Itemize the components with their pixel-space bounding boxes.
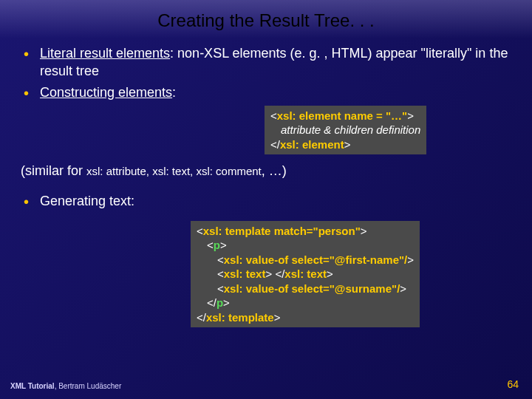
c: > </	[265, 267, 284, 280]
c: xsl: value-of select="@surname"/	[224, 282, 400, 295]
c: <	[207, 239, 214, 251]
footer-attribution: XML Tutorial, Bertram Ludäscher	[10, 382, 121, 390]
bullet-literal: Literal result elements: non-XSL element…	[40, 44, 511, 81]
footer-author: , Bertram Ludäscher	[55, 382, 122, 390]
c: <	[197, 225, 203, 237]
c: xsl: text	[284, 267, 327, 280]
code-xsl-template: <xsl: template match="person"> <p> <xsl:…	[191, 221, 420, 328]
angle-open: </	[270, 138, 280, 151]
c: >	[274, 311, 281, 324]
bullet-constructing: Constructing elements:	[40, 83, 511, 101]
slide-body-2: Generating text: <xsl: template match="p…	[0, 186, 532, 327]
slide-body: Literal result elements: non-XSL element…	[0, 38, 532, 154]
c: >	[407, 253, 414, 266]
c: </	[207, 296, 216, 309]
code-children-def: attribute & children definition	[270, 123, 420, 137]
bullet-literal-term: Literal result elements	[40, 46, 170, 61]
c: <	[217, 282, 224, 295]
c: xsl: template	[206, 311, 274, 324]
code-kw: xsl: element	[280, 138, 344, 151]
similar-post: , …)	[262, 163, 287, 178]
similar-items: xsl: attribute, xsl: text, xsl: comment	[86, 165, 262, 177]
c: >	[361, 225, 367, 237]
page-number: 64	[507, 378, 519, 390]
c: >	[220, 239, 227, 251]
bullet-generating: Generating text:	[40, 192, 511, 210]
c: >	[327, 267, 333, 280]
angle-close: >	[344, 138, 351, 151]
c: xsl: template match="person"	[203, 225, 361, 237]
code-xsl-element: <xsl: element name = "…"> attribute & ch…	[265, 106, 426, 155]
c: >	[223, 296, 230, 309]
angle-close: >	[407, 109, 414, 122]
c: xsl: value-of select="@first-name"/	[224, 253, 408, 266]
c: xsl: text	[224, 267, 266, 280]
c: >	[400, 282, 406, 295]
c: p	[214, 239, 220, 251]
similar-pre: (similar for	[21, 163, 86, 178]
c: </	[197, 311, 206, 324]
bullet-constructing-rest: :	[172, 85, 176, 100]
similar-note: (similar for xsl: attribute, xsl: text, …	[0, 154, 532, 186]
bullet-constructing-term: Constructing elements	[40, 85, 172, 100]
angle-open: <	[270, 109, 277, 122]
c: <	[217, 253, 224, 266]
c: <	[217, 267, 224, 280]
code-kw: xsl: element name = "…"	[277, 109, 407, 122]
c: p	[216, 296, 223, 309]
footer-title: XML Tutorial	[10, 382, 55, 390]
slide-title: Creating the Result Tree. . .	[0, 0, 532, 38]
